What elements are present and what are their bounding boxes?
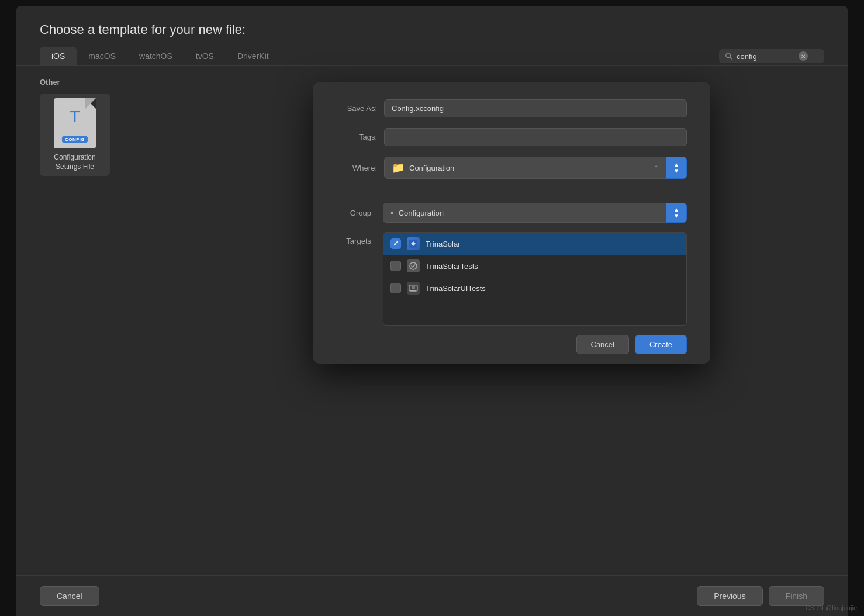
trinasolartests-icon <box>407 259 420 272</box>
search-icon <box>725 52 733 60</box>
targets-list: ✓ TrinaSolar <box>383 232 687 326</box>
config-file-item[interactable]: T CONFIG Configuration Settings File <box>40 94 110 176</box>
finish-button: Finish <box>769 586 824 606</box>
panel-title: Choose a template for your new file: <box>40 22 246 37</box>
svg-rect-5 <box>410 290 416 292</box>
tags-label: Tags: <box>336 133 377 141</box>
save-dialog: Save As: Tags: Where: 📁 Configuration ⌃ … <box>313 82 710 364</box>
config-icon: T CONFIG <box>54 98 96 148</box>
tab-watchos[interactable]: watchOS <box>127 47 184 65</box>
tab-driverkit[interactable]: DriverKit <box>226 47 281 65</box>
trinasolar-name: TrinaSolar <box>426 240 460 248</box>
target-trinasolartests[interactable]: TrinaSolarTests <box>383 255 686 277</box>
folder-icon: 📁 <box>392 161 405 174</box>
left-sidebar: Other T CONFIG Configuration Settings Fi… <box>40 78 145 606</box>
bottom-cancel-button[interactable]: Cancel <box>40 586 99 606</box>
group-folder-icon: ▪ <box>390 207 394 218</box>
svg-rect-6 <box>412 286 415 289</box>
tab-ios[interactable]: iOS <box>40 47 77 65</box>
dialog-create-button[interactable]: Create <box>635 335 687 354</box>
previous-button[interactable]: Previous <box>697 586 762 606</box>
search-clear-button[interactable]: ✕ <box>799 51 808 61</box>
save-as-label: Save As: <box>336 104 377 113</box>
trinasolaruitests-icon <box>407 282 420 295</box>
group-label: Group <box>336 209 371 217</box>
where-expand-button[interactable]: ▲ ▼ <box>666 157 687 179</box>
trinasolaruitests-checkbox[interactable] <box>390 283 401 293</box>
where-label: Where: <box>336 164 377 172</box>
save-dialog-body: Save As: Tags: Where: 📁 Configuration ⌃ … <box>313 82 710 326</box>
targets-label: Targets <box>336 232 371 326</box>
dialog-footer: Cancel Create <box>313 326 710 364</box>
group-expand-button[interactable]: ▲ ▼ <box>666 203 687 223</box>
save-as-input[interactable] <box>384 99 687 117</box>
section-label: Other <box>40 78 145 86</box>
where-value: Configuration <box>409 164 454 172</box>
search-input[interactable] <box>737 52 795 61</box>
trinasolartests-name: TrinaSolarTests <box>426 262 478 271</box>
group-select[interactable]: ▪ Configuration <box>383 203 666 223</box>
target-trinasolar[interactable]: ✓ TrinaSolar <box>383 233 686 255</box>
divider <box>336 191 687 191</box>
tab-bar: iOS macOS watchOS tvOS DriverKit ✕ <box>16 47 848 66</box>
svg-line-1 <box>730 57 732 60</box>
where-row: Where: 📁 Configuration ⌃ ▲ ▼ <box>336 157 687 179</box>
tags-input[interactable] <box>384 128 687 146</box>
trinasolar-checkbox[interactable]: ✓ <box>390 238 401 249</box>
trinasolaruitests-name: TrinaSolarUITests <box>426 284 486 293</box>
group-row: Group ▪ Configuration ▲ ▼ <box>336 203 687 223</box>
trinasolar-icon <box>407 237 420 250</box>
bottom-action-buttons: Previous Finish <box>697 586 824 606</box>
search-box: ✕ <box>719 49 824 63</box>
tab-list: iOS macOS watchOS tvOS DriverKit <box>40 47 281 65</box>
save-as-row: Save As: <box>336 99 687 117</box>
trinasolartests-checkbox[interactable] <box>390 261 401 271</box>
targets-section: Targets ✓ TrinaSolar <box>336 232 687 326</box>
file-item-label: Configuration Settings File <box>44 153 105 171</box>
target-trinasolaruitests[interactable]: TrinaSolarUITests <box>383 277 686 299</box>
where-select[interactable]: 📁 Configuration ⌃ <box>384 157 666 179</box>
tab-tvos[interactable]: tvOS <box>184 47 226 65</box>
bottom-bar: Cancel Previous Finish <box>16 575 848 616</box>
dialog-cancel-button[interactable]: Cancel <box>576 335 629 354</box>
group-value: Configuration <box>399 209 444 217</box>
panel-header: Choose a template for your new file: <box>16 6 848 47</box>
watermark: CSDN @lingjunjie <box>806 604 857 611</box>
tab-macos[interactable]: macOS <box>77 47 127 65</box>
tags-row: Tags: <box>336 128 687 146</box>
